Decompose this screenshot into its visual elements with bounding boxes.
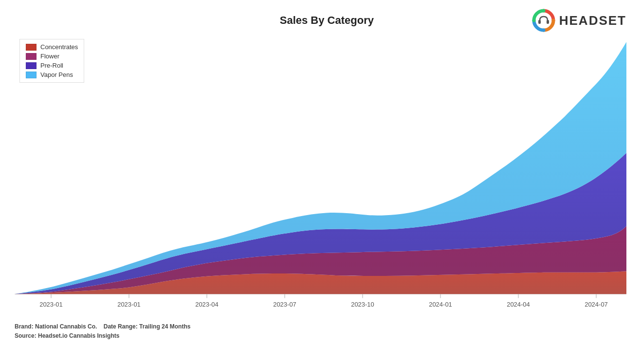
vapor-pens-label: Vapor Pens — [40, 71, 73, 78]
logo-area: HEADSET — [532, 9, 626, 32]
svg-rect-2 — [538, 20, 541, 24]
logo-text: HEADSET — [559, 13, 626, 28]
chart-wrapper: Concentrates Flower Pre-Roll Vapor Pens — [15, 37, 626, 319]
brand-value: National Cannabis Co. — [35, 323, 97, 330]
chart-header: Sales By Category HEADSET — [0, 0, 641, 37]
area-chart: 2023-01 2023-01 2023-04 2023-07 2023-10 … — [15, 37, 626, 319]
legend-item-preroll: Pre-Roll — [26, 62, 78, 69]
legend-item-flower: Flower — [26, 53, 78, 60]
x-label-3: 2023-07 — [273, 301, 296, 308]
legend-item-vapor-pens: Vapor Pens — [26, 71, 78, 78]
x-label-2: 2023-04 — [195, 301, 219, 308]
source-value: Headset.io Cannabis Insights — [38, 332, 119, 339]
x-label-6: 2024-04 — [507, 301, 530, 308]
vapor-pens-swatch — [26, 72, 37, 78]
legend-item-concentrates: Concentrates — [26, 43, 78, 51]
x-label-4: 2023-10 — [351, 301, 374, 308]
flower-label: Flower — [40, 53, 59, 60]
brand-label: Brand: — [15, 323, 34, 330]
chart-title: Sales By Category — [122, 14, 532, 27]
x-label-1: 2023-01 — [117, 301, 141, 308]
preroll-swatch — [26, 62, 37, 69]
chart-legend: Concentrates Flower Pre-Roll Vapor Pens — [19, 39, 84, 83]
source-label: Source: — [15, 332, 37, 339]
concentrates-swatch — [26, 44, 37, 51]
footer-info: Brand: National Cannabis Co. Date Range:… — [0, 319, 641, 341]
x-label-5: 2024-01 — [429, 301, 452, 308]
headset-logo-icon — [532, 9, 555, 32]
flower-swatch — [26, 53, 37, 60]
x-label-0: 2023-01 — [39, 301, 63, 308]
x-label-7: 2024-07 — [585, 301, 608, 308]
preroll-label: Pre-Roll — [40, 62, 63, 69]
concentrates-label: Concentrates — [40, 43, 78, 51]
svg-rect-3 — [547, 20, 549, 24]
date-range-value: Trailing 24 Months — [139, 323, 190, 330]
page-container: Sales By Category HEADSET — [0, 0, 641, 364]
date-range-label: Date Range: — [104, 323, 138, 330]
